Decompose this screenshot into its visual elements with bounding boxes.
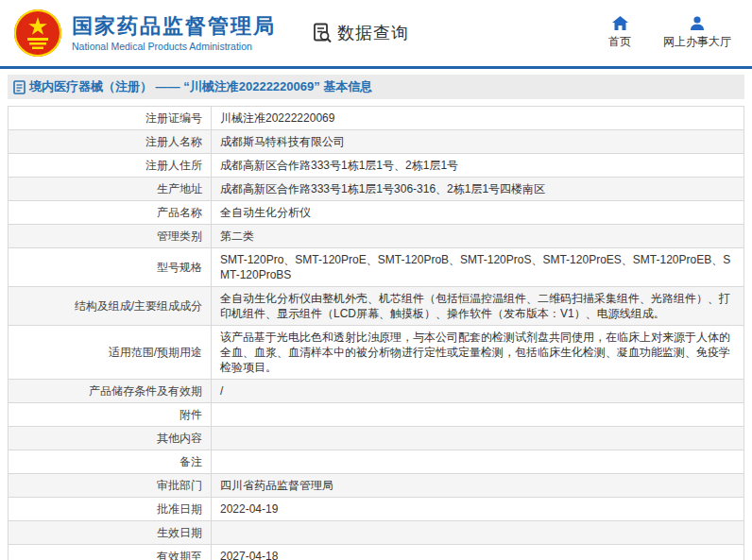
info-table-body: 注册证编号 川械注准20222220069 注册人名称 成都斯马特科技有限公司 … xyxy=(9,107,744,560)
field-label: 其他内容 xyxy=(9,427,212,450)
breadcrumb-text: 境内医疗器械（注册） —— “川械注准20222220069” 基本信息 xyxy=(29,78,372,95)
emblem-icon xyxy=(13,8,62,58)
field-label-text: 生产地址 xyxy=(157,182,202,195)
table-row: 产品储存条件及有效期 / xyxy=(9,380,744,403)
table-row: 审批部门 四川省药品监督管理局 xyxy=(9,474,744,498)
field-value: / xyxy=(212,380,744,403)
field-label: 管理类别 xyxy=(9,225,212,248)
table-row: 附件 xyxy=(9,403,744,427)
table-row: 其他内容 xyxy=(9,427,744,450)
field-label-text: 有效期至 xyxy=(157,550,202,560)
table-row: 生效日期 xyxy=(9,521,744,545)
field-value xyxy=(212,521,744,545)
page-header: 国家药品监督管理局 National Medical Products Admi… xyxy=(0,0,752,69)
nav-home[interactable]: 首页 xyxy=(608,16,631,50)
field-label-text: 产品储存条件及有效期 xyxy=(89,384,202,398)
registration-info-table: 注册证编号 川械注准20222220069 注册人名称 成都斯马特科技有限公司 … xyxy=(8,106,744,560)
field-label: 适用范围/预期用途 xyxy=(9,326,212,380)
table-row: 结构及组成/主要组成成分 全自动生化分析仪由整机外壳、机芯组件（包括恒温控温组件… xyxy=(9,287,744,326)
table-row: 型号规格 SMT-120Pro、SMT-120ProE、SMT-120ProB、… xyxy=(9,248,744,287)
field-value: 全自动生化分析仪 xyxy=(212,201,744,225)
field-label: 有效期至 xyxy=(9,545,212,560)
field-label: 附件 xyxy=(9,403,212,427)
field-label: 产品名称 xyxy=(9,201,212,225)
site-subtitle: National Medical Products Administration xyxy=(72,41,276,52)
nav-home-label: 首页 xyxy=(608,34,631,50)
field-label-text: 适用范围/预期用途 xyxy=(109,346,202,359)
header-nav: 首页 网上办事大厅 xyxy=(608,16,731,50)
breadcrumb: 境内医疗器械（注册） —— “川械注准20222220069” 基本信息 xyxy=(8,75,744,99)
field-label: 结构及组成/主要组成成分 xyxy=(9,287,212,326)
field-value xyxy=(212,450,744,474)
field-value xyxy=(212,403,744,427)
field-value: 2027-04-18 xyxy=(212,545,744,560)
field-value: 2022-04-19 xyxy=(212,498,744,521)
field-value: 川械注准20222220069 xyxy=(212,107,744,130)
field-label: 生效日期 xyxy=(9,521,212,545)
field-label: 注册人住所 xyxy=(9,154,212,178)
field-label-text: 其他内容 xyxy=(157,432,202,445)
field-label: 批准日期 xyxy=(9,498,212,521)
field-label: 注册人名称 xyxy=(9,130,212,154)
field-label-text: 注册人住所 xyxy=(145,159,202,172)
field-value: 第二类 xyxy=(212,225,744,248)
field-label: 注册证编号 xyxy=(9,107,212,130)
field-label-text: 管理类别 xyxy=(157,229,202,243)
field-label-text: 生效日期 xyxy=(157,526,202,539)
field-label-text: 注册人名称 xyxy=(145,135,202,148)
field-label-text: 批准日期 xyxy=(157,502,202,516)
data-search-icon xyxy=(312,23,333,43)
site-title-block: 国家药品监督管理局 National Medical Products Admi… xyxy=(72,14,276,52)
field-label-text: 结构及组成/主要组成成分 xyxy=(75,299,202,313)
table-row: 适用范围/预期用途 该产品基于光电比色和透射比浊原理，与本公司配套的检测试剂盘共… xyxy=(9,326,744,380)
site-title: 国家药品监督管理局 xyxy=(72,14,276,39)
table-row: 有效期至 2027-04-18 xyxy=(9,545,744,560)
field-value: 成都高新区合作路333号1栋1层1号、2栋1层1号 xyxy=(212,154,744,178)
home-icon xyxy=(612,16,628,30)
field-value: 成都斯马特科技有限公司 xyxy=(212,130,744,154)
nav-service-hall[interactable]: 网上办事大厅 xyxy=(663,16,731,50)
field-label-text: 注册证编号 xyxy=(145,111,202,125)
table-row: 生产地址 成都高新区合作路333号1栋1层1号306-316、2栋1层1号四楼南… xyxy=(9,178,744,201)
field-label: 备注 xyxy=(9,450,212,474)
field-label-text: 备注 xyxy=(179,455,202,468)
field-label-text: 审批部门 xyxy=(157,479,202,492)
person-icon xyxy=(690,16,705,30)
field-value: 全自动生化分析仪由整机外壳、机芯组件（包括恒温控温组件、二维码扫描采集组件、光路… xyxy=(212,287,744,326)
document-icon xyxy=(13,80,26,94)
field-label-text: 附件 xyxy=(179,408,202,421)
table-row: 产品名称 全自动生化分析仪 xyxy=(9,201,744,225)
table-row: 注册人名称 成都斯马特科技有限公司 xyxy=(9,130,744,154)
dataquery-section: 数据查询 xyxy=(312,22,409,44)
field-label-text: 型号规格 xyxy=(157,261,202,274)
table-row: 注册证编号 川械注准20222220069 xyxy=(9,107,744,130)
field-label: 型号规格 xyxy=(9,248,212,287)
table-row: 管理类别 第二类 xyxy=(9,225,744,248)
field-label: 审批部门 xyxy=(9,474,212,498)
field-value: 四川省药品监督管理局 xyxy=(212,474,744,498)
table-row: 注册人住所 成都高新区合作路333号1栋1层1号、2栋1层1号 xyxy=(9,154,744,178)
table-row: 备注 xyxy=(9,450,744,474)
field-value xyxy=(212,427,744,450)
field-label: 生产地址 xyxy=(9,178,212,201)
nav-service-hall-label: 网上办事大厅 xyxy=(663,34,731,50)
field-label-text: 产品名称 xyxy=(157,206,202,219)
field-value: 该产品基于光电比色和透射比浊原理，与本公司配套的检测试剂盘共同使用，在临床上对来… xyxy=(212,326,744,380)
dataquery-label: 数据查询 xyxy=(337,22,409,44)
field-label: 产品储存条件及有效期 xyxy=(9,380,212,403)
field-value: SMT-120Pro、SMT-120ProE、SMT-120ProB、SMT-1… xyxy=(212,248,744,287)
table-row: 批准日期 2022-04-19 xyxy=(9,498,744,521)
field-value: 成都高新区合作路333号1栋1层1号306-316、2栋1层1号四楼南区 xyxy=(212,178,744,201)
national-emblem-logo xyxy=(13,8,62,58)
